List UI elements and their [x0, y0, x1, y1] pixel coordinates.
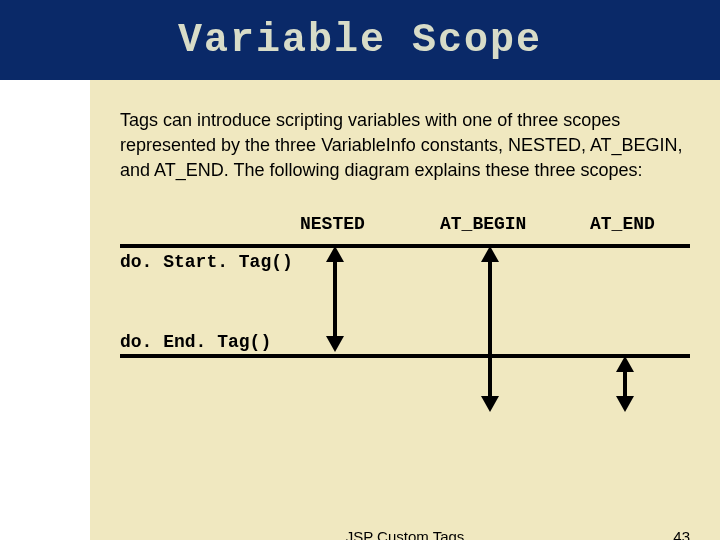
scope-diagram: NESTED AT_BEGIN AT_END do. Start. Tag() …: [120, 214, 690, 444]
col-at-end: AT_END: [590, 214, 655, 234]
arrowhead-down-icon: [326, 336, 344, 352]
arrow-at-begin: [480, 244, 500, 414]
description-text: Tags can introduce scripting variables w…: [120, 108, 690, 184]
footer-text: JSP Custom Tags: [346, 528, 465, 540]
slide-header: Variable Scope: [0, 0, 720, 80]
col-at-begin: AT_BEGIN: [440, 214, 526, 234]
arrow-shaft: [333, 254, 337, 344]
arrowhead-down-icon: [481, 396, 499, 412]
arrow-at-end: [615, 354, 635, 414]
line-start-tag: [120, 244, 690, 248]
arrow-nested: [325, 244, 345, 354]
line-end-tag: [120, 354, 690, 358]
page-number: 43: [673, 528, 690, 540]
col-nested: NESTED: [300, 214, 365, 234]
slide-title: Variable Scope: [178, 18, 542, 63]
arrowhead-down-icon: [616, 396, 634, 412]
slide-content: Tags can introduce scripting variables w…: [90, 80, 720, 540]
arrow-shaft: [488, 254, 492, 404]
row-start: do. Start. Tag(): [120, 252, 293, 272]
row-end: do. End. Tag(): [120, 332, 271, 352]
